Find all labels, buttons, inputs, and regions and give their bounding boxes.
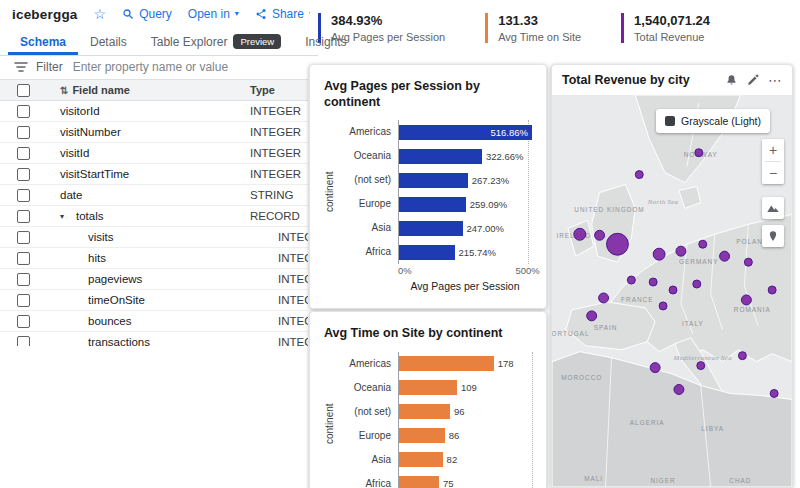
city-revenue-bubble[interactable]: [697, 362, 705, 370]
city-revenue-bubble[interactable]: [744, 258, 752, 266]
row-checkbox[interactable]: [17, 231, 30, 244]
city-revenue-bubble[interactable]: [653, 248, 665, 260]
bar[interactable]: [399, 149, 482, 164]
city-revenue-bubble[interactable]: [741, 295, 751, 305]
x-tick: 0%: [398, 265, 412, 276]
value-label: 178: [498, 358, 514, 369]
city-revenue-bubble[interactable]: [720, 251, 730, 261]
field-name: visitNumber: [60, 126, 121, 138]
city-revenue-bubble[interactable]: [635, 171, 643, 179]
tab-label: Details: [90, 35, 127, 49]
zoom-in-button[interactable]: +: [762, 139, 784, 161]
row-checkbox[interactable]: [17, 252, 30, 265]
panel-avg-pages-per-session: Avg Pages per Session by continent conti…: [309, 64, 547, 309]
bar[interactable]: [399, 197, 466, 212]
city-revenue-bubble[interactable]: [674, 385, 684, 395]
bar[interactable]: [399, 356, 494, 371]
city-revenue-bubble[interactable]: [770, 389, 778, 397]
city-revenue-bubble[interactable]: [659, 302, 667, 310]
row-checkbox[interactable]: [17, 105, 30, 118]
chevron-down-icon: ▾: [235, 10, 239, 18]
field-type: INTEGER: [278, 315, 308, 327]
bar[interactable]: [399, 173, 468, 188]
table-row: dateSTRINGNULLABLE: [0, 185, 308, 206]
bar[interactable]: [399, 380, 457, 395]
row-checkbox[interactable]: [17, 336, 30, 347]
notifications-bell-icon[interactable]: [725, 74, 738, 87]
category-axis: AmericasOceania(not set)EuropeAsiaAfrica: [337, 352, 398, 488]
city-revenue-bubble[interactable]: [595, 230, 605, 240]
row-checkbox[interactable]: [17, 210, 30, 223]
category-axis: AmericasOceania(not set)EuropeAsiaAfrica: [337, 120, 398, 264]
city-revenue-bubble[interactable]: [599, 293, 609, 303]
row-checkbox[interactable]: [17, 147, 30, 160]
select-all-checkbox[interactable]: [17, 84, 30, 97]
bar[interactable]: [399, 221, 463, 236]
plot-area: 516.86%322.66%267.23%259.09%247.00%215.7…: [398, 120, 532, 264]
row-checkbox[interactable]: [17, 273, 30, 286]
zoom-out-button[interactable]: −: [762, 162, 784, 184]
search-icon: [122, 8, 134, 20]
open-in-label: Open in: [188, 7, 230, 21]
tab-label: Table Explorer: [151, 35, 228, 49]
x-tick: 500%: [515, 265, 539, 276]
city-revenue-bubble[interactable]: [738, 352, 746, 360]
more-options-icon[interactable]: ⋯: [768, 73, 782, 87]
bar[interactable]: 516.86%: [399, 125, 532, 140]
table-row: visitorIdINTEGERNULLABLE: [0, 101, 308, 122]
open-in-button[interactable]: Open in ▾: [188, 7, 239, 21]
value-label: 322.66%: [486, 151, 524, 162]
filter-input[interactable]: [71, 59, 275, 75]
kpi-bar: 384.93%Avg Pages per Session131.33Avg Ti…: [310, 0, 800, 56]
tab-schema[interactable]: Schema: [8, 28, 78, 55]
city-revenue-bubble[interactable]: [650, 363, 660, 373]
location-button[interactable]: [762, 225, 784, 247]
category-label: Asia: [337, 448, 398, 472]
x-axis-ticks: 0%500%: [398, 265, 532, 277]
map-header: Total Revenue by city ⋯: [552, 65, 792, 95]
field-type: INTEGER: [278, 252, 308, 264]
kpi-value: 131.33: [498, 13, 581, 28]
field-name: visitId: [60, 147, 89, 159]
tab-insights[interactable]: Insights: [293, 28, 358, 55]
bar[interactable]: [399, 245, 455, 260]
city-revenue-bubble[interactable]: [649, 278, 657, 286]
city-revenue-bubble[interactable]: [607, 233, 629, 255]
city-revenue-bubble[interactable]: [669, 286, 677, 294]
city-revenue-bubble[interactable]: [627, 276, 635, 284]
bar[interactable]: [399, 404, 450, 419]
column-field-name[interactable]: ⇅ Field name: [46, 84, 250, 96]
query-button[interactable]: Query: [122, 7, 172, 21]
table-row: bouncesINTEGERNULLABLE: [0, 311, 308, 332]
field-name: visits: [88, 231, 114, 243]
row-checkbox[interactable]: [17, 126, 30, 139]
city-revenue-bubble[interactable]: [699, 240, 707, 248]
city-revenue-bubble[interactable]: [693, 280, 701, 288]
table-row: visitIdINTEGERNULLABLE: [0, 143, 308, 164]
city-revenue-bubble[interactable]: [574, 228, 586, 240]
share-button[interactable]: Share ▾: [255, 7, 313, 21]
city-revenue-bubble[interactable]: [768, 286, 776, 294]
category-label: Americas: [337, 120, 398, 144]
terrain-button[interactable]: [762, 197, 784, 219]
row-checkbox[interactable]: [17, 294, 30, 307]
bar[interactable]: [399, 476, 439, 488]
star-icon[interactable]: ☆: [94, 6, 107, 22]
map-style-selector[interactable]: Grayscale (Light): [656, 109, 770, 133]
row-checkbox[interactable]: [17, 315, 30, 328]
collapse-icon[interactable]: ▾: [60, 212, 76, 221]
field-type: INTEGER: [278, 231, 308, 243]
city-revenue-bubble[interactable]: [587, 311, 597, 321]
tab-table-explorer[interactable]: Table ExplorerPreview: [139, 27, 294, 55]
field-name: date: [60, 189, 82, 201]
city-revenue-bubble[interactable]: [695, 149, 703, 157]
row-checkbox[interactable]: [17, 168, 30, 181]
city-revenue-bubble[interactable]: [676, 246, 686, 256]
row-checkbox[interactable]: [17, 189, 30, 202]
tab-details[interactable]: Details: [78, 28, 139, 55]
bar[interactable]: [399, 428, 445, 443]
edit-pencil-icon[interactable]: [747, 74, 759, 86]
bar[interactable]: [399, 452, 443, 467]
map-canvas[interactable]: NORWAYNorth SeaUNITED KINGDOMIRELANDGERM…: [552, 95, 792, 487]
x-axis-title: Avg Pages per Session: [398, 280, 532, 292]
